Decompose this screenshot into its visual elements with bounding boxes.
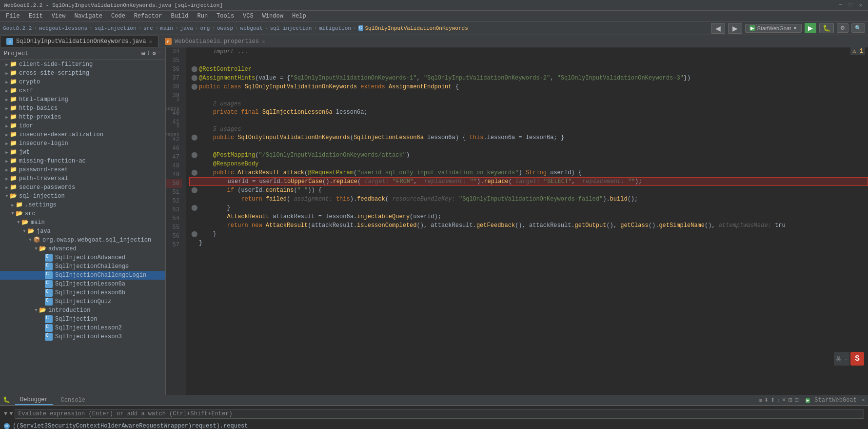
- menu-window[interactable]: Window: [258, 12, 287, 20]
- breadcrumb-owasp[interactable]: owasp: [217, 25, 233, 31]
- run-button[interactable]: ▶: [805, 23, 816, 33]
- sidebar-item-java[interactable]: ▼ 📂 java: [0, 227, 165, 236]
- sidebar-item-main[interactable]: ▼ 📂 main: [0, 218, 165, 227]
- folder-icon: 📁: [10, 96, 18, 103]
- debug-ctrl-layout2[interactable]: ⊟: [794, 397, 799, 403]
- toolbar: Goat8.2.2 › webgoat-lessons › sql-inject…: [0, 21, 868, 35]
- sidebar-item-SqlInjectionChallenge[interactable]: C SqlInjectionChallenge: [0, 262, 165, 271]
- debug-ctrl-down[interactable]: ⬇: [764, 397, 769, 403]
- sidebar-item-secure-passwords[interactable]: ▶ 📁 secure-passwords: [0, 183, 165, 192]
- sidebar-item-advanced[interactable]: ▼ 📂 advanced: [0, 245, 165, 253]
- debug-tab-console[interactable]: Console: [56, 396, 90, 405]
- breadcrumb-org[interactable]: org: [200, 25, 210, 31]
- debug-ctrl-x[interactable]: ✕: [782, 397, 786, 403]
- s-badge[interactable]: S: [850, 352, 864, 366]
- sidebar-item-SqlInjectionQuiz[interactable]: C SqlInjectionQuiz: [0, 297, 165, 306]
- forward-button[interactable]: ▶: [728, 23, 742, 34]
- menu-code[interactable]: Code: [107, 12, 129, 20]
- sidebar-icon-gear[interactable]: ⚙: [153, 50, 156, 57]
- settings-button[interactable]: ⚙: [837, 23, 848, 33]
- debug-close-btn[interactable]: ✕: [862, 396, 865, 404]
- breadcrumb-sql[interactable]: sql-injection: [95, 25, 137, 31]
- menu-file[interactable]: File: [2, 12, 24, 20]
- sidebar-item-html-tampering[interactable]: ▶ 📁 html-tampering: [0, 95, 165, 104]
- menu-help[interactable]: Help: [288, 12, 310, 20]
- sidebar-item-SqlInjectionLesson2[interactable]: C SqlInjectionLesson2: [0, 324, 165, 332]
- code-line-51: ⬤ if (userId.contains(" ")) {: [189, 186, 868, 195]
- sidebar-title: Project: [4, 50, 28, 57]
- sidebar-item-crypto[interactable]: ▶ 📁 crypto: [0, 78, 165, 86]
- sidebar-item-http-proxies[interactable]: ▶ 📁 http-proxies: [0, 113, 165, 122]
- tab-main-close[interactable]: ✕: [149, 39, 152, 45]
- filter-icon[interactable]: ▼: [4, 410, 7, 417]
- minimize-btn[interactable]: ─: [837, 2, 844, 8]
- sidebar-item-insecure-deserialization[interactable]: ▶ 📁 insecure-deserialization: [0, 130, 165, 139]
- sidebar-icon-minimize[interactable]: ─: [158, 50, 161, 57]
- debug-run-button[interactable]: 🐛: [819, 23, 834, 33]
- breadcrumb-main[interactable]: main: [160, 25, 173, 31]
- window-controls[interactable]: ─ □ ✕: [837, 2, 864, 8]
- filter-dropdown[interactable]: ▼: [9, 410, 13, 417]
- debug-ctrl-up[interactable]: ⬆: [770, 397, 775, 403]
- tab-labels-file[interactable]: P WebGoatLabels.properties ✕: [158, 36, 271, 47]
- sidebar-item-jwt[interactable]: ▶ 📁 jwt: [0, 148, 165, 157]
- sidebar-item-cross-site-scripting[interactable]: ▶ 📁 cross-site-scripting: [0, 69, 165, 78]
- sidebar-item-org-package[interactable]: ▼ 📦 org.owasp.webgoat.sql_injection: [0, 236, 165, 245]
- evaluate-input[interactable]: Evaluate expression (Enter) or add a wat…: [15, 409, 864, 419]
- debug-tab-debugger[interactable]: Debugger: [15, 395, 53, 405]
- code-line-49: ⬤ public AttackResult attack(@RequestPar…: [189, 168, 868, 177]
- breadcrumb-sql-injection[interactable]: sql_injection: [270, 25, 312, 31]
- debug-ctrl-layout1[interactable]: ⊞: [788, 397, 792, 403]
- sidebar-item-sql-injection[interactable]: ▼ 📂 sql-injection: [0, 192, 165, 201]
- sidebar-item-csrf[interactable]: ▶ 📁 csrf: [0, 86, 165, 95]
- close-btn[interactable]: ✕: [857, 2, 864, 8]
- breadcrumb-class[interactable]: C SqlOnlyInputValidationOnKeywords: [358, 25, 468, 31]
- breadcrumb-src[interactable]: src: [143, 25, 153, 31]
- sidebar-item-insecure-login[interactable]: ▶ 📁 insecure-login: [0, 139, 165, 148]
- folder-open-icon: 📂: [21, 219, 29, 226]
- breadcrumb-lessons[interactable]: webgoat-lessons: [39, 25, 87, 31]
- breadcrumb-mitigation[interactable]: mitigation: [319, 25, 351, 31]
- tab-labels-close[interactable]: ✕: [262, 39, 265, 45]
- code-editor[interactable]: 34 35 36 37 38 39 2 usages 40 41 5 usage…: [166, 47, 868, 395]
- menu-run[interactable]: Run: [193, 12, 212, 20]
- sidebar-item-introduction[interactable]: ▼ 📂 introduction: [0, 306, 165, 315]
- menu-vcs[interactable]: VCS: [239, 12, 257, 20]
- code-lines[interactable]: import ... ⬤ @RestController ⬤ @Assignme…: [186, 47, 868, 395]
- breadcrumb-goat[interactable]: Goat8.2.2: [3, 25, 32, 31]
- sidebar-item-password-reset[interactable]: ▶ 📁 password-reset: [0, 165, 165, 174]
- menu-edit[interactable]: Edit: [25, 12, 47, 20]
- maximize-btn[interactable]: □: [847, 2, 854, 8]
- sidebar-item-missing-function-ac[interactable]: ▶ 📁 missing-function-ac: [0, 157, 165, 165]
- menu-view[interactable]: View: [48, 12, 70, 20]
- sidebar-item-SqlInjectionLesson3[interactable]: C SqlInjectionLesson3: [0, 332, 165, 341]
- menu-navigate[interactable]: Navigate: [70, 12, 106, 20]
- sidebar-item-path-traversal[interactable]: ▶ 📁 path-traversal: [0, 174, 165, 183]
- sidebar-item-src[interactable]: ▼ 📂 src: [0, 209, 165, 218]
- back-button[interactable]: ◀: [711, 23, 725, 34]
- menu-refactor[interactable]: Refactor: [130, 12, 166, 20]
- sidebar-item-client-side-filtering[interactable]: ▶ 📁 client-side-filtering: [0, 60, 165, 69]
- breadcrumb-webgoat[interactable]: webgoat: [240, 25, 263, 31]
- search-button[interactable]: 🔍: [851, 23, 865, 33]
- sidebar-item-SqlInjectionAdvanced[interactable]: C SqlInjectionAdvanced: [0, 253, 165, 262]
- sidebar-item-SqlInjectionLesson6b[interactable]: C SqlInjectionLesson6b: [0, 288, 165, 297]
- sidebar-item-http-basics[interactable]: ▶ 📁 http-basics: [0, 104, 165, 113]
- menu-build[interactable]: Build: [167, 12, 192, 20]
- sidebar-icon-expand[interactable]: ↕: [147, 50, 150, 57]
- sidebar-item-SqlInjectionChallengeLogin[interactable]: C SqlInjectionChallengeLogin: [0, 271, 165, 280]
- debug-ctrl-list[interactable]: ≡: [759, 397, 762, 403]
- sidebar-item-SqlInjection[interactable]: C SqlInjection: [0, 315, 165, 324]
- folder-open-icon: 📂: [39, 245, 47, 253]
- menu-tools[interactable]: Tools: [213, 12, 238, 20]
- sidebar-item-settings[interactable]: ▶ 📁 .settings: [0, 201, 165, 209]
- run-config-button[interactable]: ▶ StartWebGoat ▼: [745, 24, 802, 33]
- tab-main-file[interactable]: J SqlOnlyInputValidationOnKeywords.java …: [0, 36, 158, 47]
- folder-icon: 📁: [10, 87, 18, 95]
- sidebar-icon-layout[interactable]: ⊞: [141, 50, 145, 57]
- debug-ctrl-step[interactable]: ↕: [777, 397, 780, 403]
- code-line-56: ⬤ }: [189, 230, 868, 239]
- breadcrumb-java[interactable]: java: [180, 25, 193, 31]
- sidebar-item-idor[interactable]: ▶ 📁 idor: [0, 122, 165, 130]
- sidebar-item-SqlInjectionLesson6a[interactable]: C SqlInjectionLesson6a: [0, 280, 165, 288]
